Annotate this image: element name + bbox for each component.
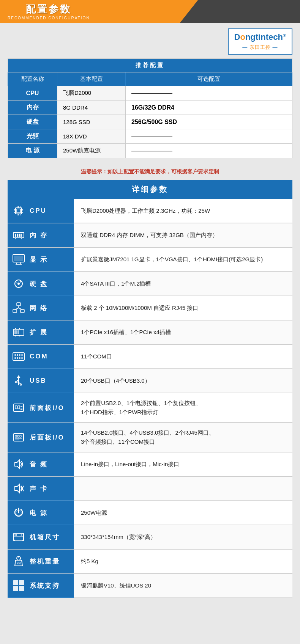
svg-rect-53 bbox=[15, 381, 17, 383]
col-basic: 基本配置 bbox=[57, 72, 126, 86]
detail-row-label: CPU bbox=[30, 207, 47, 215]
detail-content: 250W电源 bbox=[81, 508, 107, 517]
detail-row: CPU 飞腾D2000处理器，工作主频 2.3GHz，功耗：25W bbox=[8, 199, 292, 223]
detail-row: 后面板I/O 14个USB2.0接口、4个USB3.0接口、2个RJ45网口、3… bbox=[8, 423, 292, 452]
memory-icon bbox=[11, 228, 26, 242]
detail-row-content: 1个PCIe x16插槽、1个PCIe x4插槽 bbox=[74, 320, 292, 344]
detail-row-content: Line-in接口，Line-out接口，Mic-in接口 bbox=[74, 452, 292, 476]
logo-area: Dongtintech® — 东田工控 — bbox=[0, 23, 300, 58]
detail-row: KG 整机重量 约5 Kg bbox=[8, 550, 292, 574]
svg-rect-15 bbox=[15, 234, 16, 237]
detail-icon-cell: 扩 展 bbox=[8, 320, 74, 344]
detail-icon-cell: 内 存 bbox=[8, 223, 74, 247]
audio-icon bbox=[11, 457, 26, 471]
detail-row-content: 330*343*154mm（宽*深*高） bbox=[74, 525, 292, 549]
svg-rect-36 bbox=[14, 330, 17, 334]
detail-content: 飞腾D2000处理器，工作主频 2.3GHz，功耗：25W bbox=[81, 206, 210, 215]
main-content: 推荐配置 配置名称 基本配置 可选配置 CPU 飞腾D2000 —————— 内… bbox=[0, 58, 300, 606]
detail-icon-cell: 前面板I/O bbox=[8, 393, 74, 423]
svg-rect-58 bbox=[18, 406, 20, 409]
detail-icon-cell: COM bbox=[8, 345, 74, 369]
detail-icon-cell: KG 整机重量 bbox=[8, 550, 74, 573]
svg-point-50 bbox=[21, 357, 23, 359]
usb-icon bbox=[11, 374, 26, 388]
svg-line-33 bbox=[15, 308, 19, 309]
detail-row-content: 4个SATA III口，1个M.2插槽 bbox=[74, 272, 292, 296]
detail-content: 银河麒麟V10、统信UOS 20 bbox=[81, 581, 151, 590]
detail-row: USB 20个USB口（4个USB3.0） bbox=[8, 369, 292, 393]
hdd-icon bbox=[11, 276, 26, 291]
detail-row-content: 双通道 DDR4 内存 DIMM，可支持 32GB（国产内存） bbox=[74, 223, 292, 247]
rec-row-name: 硬盘 bbox=[8, 115, 57, 129]
svg-point-48 bbox=[17, 357, 18, 359]
detail-row-label: 机箱尺寸 bbox=[30, 533, 60, 542]
detail-content: 约5 Kg bbox=[81, 557, 98, 566]
detail-content: Line-in接口，Line-out接口，Mic-in接口 bbox=[81, 460, 179, 469]
svg-point-76 bbox=[21, 534, 22, 536]
detail-row-label: 电 源 bbox=[30, 509, 48, 517]
detail-row: 电 源 250W电源 bbox=[8, 501, 292, 525]
detail-row-label: 系统支持 bbox=[30, 581, 60, 590]
detail-row-content: 14个USB2.0接口、4个USB3.0接口、2个RJ45网口、3个音频接口、1… bbox=[74, 423, 292, 452]
detail-row: 音 频 Line-in接口，Line-out接口，Mic-in接口 bbox=[8, 452, 292, 477]
svg-rect-37 bbox=[17, 330, 19, 334]
rec-row-basic: 飞腾D2000 bbox=[57, 86, 126, 101]
detail-row-label: 内 存 bbox=[30, 231, 48, 240]
svg-rect-57 bbox=[15, 406, 17, 409]
col-name: 配置名称 bbox=[8, 72, 57, 86]
detail-content-line: 1个HDD指示、1个PWR指示灯 bbox=[81, 408, 158, 417]
rec-row-name: CPU bbox=[8, 86, 57, 101]
detail-icon-cell: 声 卡 bbox=[8, 477, 74, 501]
svg-point-27 bbox=[17, 283, 20, 285]
detail-icon-cell: 电 源 bbox=[8, 501, 74, 525]
detail-row-content: 飞腾D2000处理器，工作主频 2.3GHz，功耗：25W bbox=[74, 199, 292, 223]
detail-icon-cell: 后面板I/O bbox=[8, 423, 74, 452]
detail-row: 扩 展 1个PCIe x16插槽、1个PCIe x4插槽 bbox=[8, 320, 292, 345]
svg-marker-68 bbox=[15, 460, 19, 468]
detail-icon-cell: CPU bbox=[8, 199, 74, 223]
detail-row: 声 卡 ———————— bbox=[8, 477, 292, 501]
detail-content: 扩展景嘉微JM7201 1G显卡，1个VGA接口、1个HDMI接口(可选2G显卡… bbox=[81, 255, 263, 264]
detail-content: 双通道 DDR4 内存 DIMM，可支持 32GB（国产内存） bbox=[81, 231, 218, 240]
rec-row-optional: 16G/32G DDR4 bbox=[126, 101, 292, 115]
detail-content-line: 3个音频接口、11个COM接口 bbox=[81, 437, 155, 446]
detail-row-content: 扩展景嘉微JM7201 1G显卡，1个VGA接口、1个HDMI接口(可选2G显卡… bbox=[74, 248, 292, 272]
svg-rect-85 bbox=[19, 586, 24, 591]
com-icon bbox=[11, 349, 26, 364]
detail-row: 前面板I/O 2个前置USB2.0、1个电源按钮、1个复位按钮、1个HDD指示、… bbox=[8, 393, 292, 423]
detail-row: 网 络 板载 2 个 10M/100M/1000M 自适应 RJ45 接口 bbox=[8, 296, 292, 320]
svg-rect-75 bbox=[15, 534, 17, 536]
detail-row-label: 音 频 bbox=[30, 460, 48, 469]
detail-row: 机箱尺寸 330*343*154mm（宽*深*高） bbox=[8, 525, 292, 550]
detail-row-content: 2个前置USB2.0、1个电源按钮、1个复位按钮、1个HDD指示、1个PWR指示… bbox=[74, 393, 292, 423]
svg-point-49 bbox=[19, 357, 21, 359]
logo-subtitle: — 东田工控 — bbox=[234, 43, 286, 51]
svg-point-45 bbox=[19, 354, 21, 356]
svg-marker-69 bbox=[15, 484, 19, 493]
detail-icon-cell: 网 络 bbox=[8, 296, 74, 320]
rear-io-icon bbox=[11, 430, 26, 445]
front-io-icon bbox=[11, 401, 26, 415]
sound-icon bbox=[11, 481, 26, 496]
detail-row-content: ———————— bbox=[74, 477, 292, 501]
detail-row-label: 声 卡 bbox=[30, 484, 48, 493]
detail-row-content: 板载 2 个 10M/100M/1000M 自适应 RJ45 接口 bbox=[74, 296, 292, 320]
svg-rect-16 bbox=[17, 234, 18, 237]
weight-icon: KG bbox=[11, 554, 26, 569]
rec-table-title: 推荐配置 bbox=[8, 59, 292, 72]
rec-table-row: 光驱 18X DVD —————— bbox=[8, 129, 292, 144]
rec-row-basic: 18X DVD bbox=[57, 129, 126, 144]
svg-rect-82 bbox=[13, 580, 18, 585]
rec-row-optional: —————— bbox=[126, 144, 292, 158]
page-subtitle: RECOMMENDED CONFIGURATION bbox=[8, 16, 90, 20]
display-icon bbox=[11, 252, 26, 267]
recommended-config-table: 推荐配置 配置名称 基本配置 可选配置 CPU 飞腾D2000 —————— 内… bbox=[8, 58, 292, 158]
detail-row-label: USB bbox=[30, 377, 47, 385]
svg-line-34 bbox=[19, 308, 22, 309]
detail-row-content: 11个COM口 bbox=[74, 345, 292, 369]
svg-point-43 bbox=[14, 354, 16, 356]
logo-box: Dongtintech® — 东田工控 — bbox=[228, 28, 292, 55]
detail-content: 330*343*154mm（宽*深*高） bbox=[81, 532, 156, 542]
detail-row: 系统支持 银河麒麟V10、统信UOS 20 bbox=[8, 574, 292, 598]
detail-row-content: 20个USB口（4个USB3.0） bbox=[74, 369, 292, 393]
